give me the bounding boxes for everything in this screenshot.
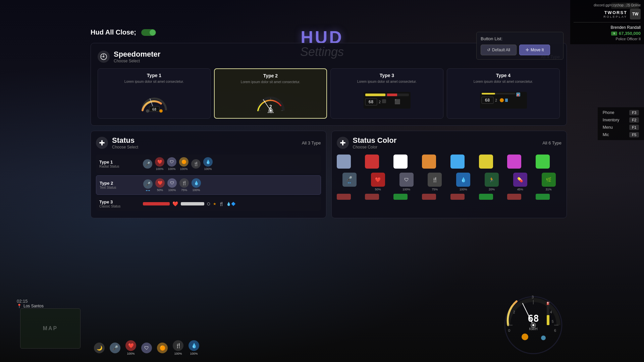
default-all-button[interactable]: ↺ Default All [481,45,517,55]
swatch-icon-heart[interactable]: ❤️ 50% [365,173,391,191]
heart-pct-1: 100% [156,167,163,171]
swatch-magenta[interactable] [507,155,521,169]
extra-swatch-2[interactable] [365,194,379,200]
star-icon-3: ★ [213,202,216,206]
status-type-row-2[interactable]: Type 2 Text Status 🎤 ❤️ 50% [96,175,321,195]
food-pct-1: 100% [180,167,187,171]
status-title-block: Status Choose Select [112,136,138,149]
hud-close-toggle[interactable] [141,29,156,36]
extra-swatch-7[interactable] [507,194,521,200]
swatch-fork-pct: 75% [432,188,438,191]
speedometer-title-block: Speedometer Choose Select [114,50,160,63]
swatch-icon-water[interactable]: 💧 100% [450,173,476,191]
status-icon-water-1: 💧 100% [203,157,213,171]
svg-point-57 [522,334,528,340]
status-type-1-name: Type 1 [99,160,143,165]
keybind-mic: Mic F5 [603,131,639,138]
swatch-icon-shield[interactable]: 🛡 100% [393,173,419,191]
swatch-icon-mic[interactable]: 🎤 [337,173,363,191]
status-color-header: Status Color Choose Color All 6 Type [337,136,562,149]
status-type-3-icons: ❤️ ⬡ ★ 🍴 💧🔷 [143,201,236,206]
status-title: Status [112,136,138,145]
player-info: Brenden Randall $ 67,350,000 Police Offi… [574,22,641,41]
svg-rect-30 [482,93,495,95]
status-icon-shield-1: 🛡 100% [167,157,176,171]
type2-desc: Lorem ipsum dolor sit amet consectetur. [219,80,322,84]
keybind-key-mic: F5 [629,132,639,137]
keybind-label-mic: Mic [603,132,609,137]
speedometer-type-1[interactable]: Type 1 Lorem ipsum dolor sit amet consec… [98,68,211,119]
type2-preview: 2 ▪46▪ [219,87,322,114]
status-type-label: All 3 Type [302,140,321,145]
move-it-button[interactable]: ✛ Move It [519,45,550,55]
heart-icon-3: ❤️ [172,201,178,206]
extra-swatch-3[interactable] [393,194,408,200]
server-logo: TW [630,9,641,19]
speedometer-type-4[interactable]: Type 4 Lorem ipsum dolor sit amet consec… [447,68,560,119]
status-type-1-info: Type 1 Radial Status [99,160,143,168]
shield-circle-2: 🛡 [167,178,177,188]
swatch-blue-gray[interactable] [337,155,351,169]
swatch-icon-leaf[interactable]: 🌿 31% [536,173,561,191]
swatch-orange[interactable] [422,155,436,169]
bottom-heart-pct: 100% [127,352,135,355]
svg-text:0: 0 [508,328,510,333]
status-color-title: Status Color [353,136,397,145]
type4-desc: Lorem ipsum dolor sit amet consectetur. [451,80,555,83]
swatch-run-box: 🏃 [485,173,499,187]
status-type-row-1[interactable]: Type 1 Radial Status 🎤 ❤️ 100% 🛡 100% [96,155,321,173]
status-type-3-name: Type 3 [99,199,143,204]
moon-icon: 🌙 [94,343,105,353]
speedometer-type-2[interactable]: Type 2 Lorem ipsum dolor sit amet consec… [214,68,327,119]
extra-swatch-5[interactable] [450,194,465,200]
status-type-2-name: Type 2 [100,181,143,186]
bottom-hud-moon: 🌙 [94,343,105,353]
gps-coords: 02:15 📍 Los Santos [17,299,44,308]
type1-preview: 68 [102,87,206,114]
water-pct-1: 100% [204,167,212,171]
swatch-icon-pill[interactable]: 💊 45% [507,173,533,191]
speedometer-type-3[interactable]: Type 3 Lorem ipsum dolor sit amet consec… [330,68,443,119]
svg-rect-37 [505,99,508,102]
server-sub: ROLEPLAY [603,15,627,18]
extra-swatch-6[interactable] [479,194,493,200]
status-icon-fork-1: 🍴 [191,159,201,169]
type1-title: Type 1 [102,73,206,78]
status-type-1-icons: 🎤 ❤️ 100% 🛡 100% 🟠 100% � [143,157,213,171]
color-swatch-icons-row: 🎤 ❤️ 50% 🛡 100% 🍴 [337,173,562,191]
speedometer-icon [98,51,110,63]
status-type-2-icons: 🎤 ❤️ 50% 🛡 100% [143,178,201,192]
extra-swatch-1[interactable] [337,194,351,200]
swatch-cyan[interactable] [450,155,465,169]
swatch-heart-box: ❤️ [371,173,385,187]
status-type-row-3[interactable]: Type 3 Classic Status ❤️ ⬡ ★ 🍴 💧🔷 [96,197,321,211]
fork-icon-3: 🍴 [219,202,224,206]
extra-swatch-4[interactable] [422,194,436,200]
svg-text:▪46▪: ▪46▪ [267,111,274,114]
bottom-water-pct: 100% [190,352,198,355]
keybind-key-menu: F1 [629,125,639,130]
swatch-icon-run[interactable]: 🏃 20% [479,173,505,191]
swatch-icon-fork[interactable]: 🍴 75% [422,173,448,191]
balance-icon: $ [611,32,617,36]
swatch-shield-box: 🛡 [399,173,414,187]
bottom-fork-icon: 🍴 [173,340,183,351]
svg-text:2: 2 [379,100,381,104]
svg-text:⬛: ⬛ [394,99,400,105]
swatch-water-pct: 100% [460,188,467,191]
swatch-red[interactable] [365,155,379,169]
swatch-green[interactable] [536,155,550,169]
swatch-mic-box: 🎤 [342,173,357,187]
fork-circle-2: 🍴 [179,178,189,188]
svg-point-1 [103,56,104,57]
swatch-pill-pct: 45% [517,188,523,191]
extra-swatch-8[interactable] [536,194,550,200]
swatch-white[interactable] [393,155,408,169]
swatch-yellow[interactable] [479,155,493,169]
svg-point-36 [500,98,504,102]
discord-link: discord.gg/rczychop 25 Online [574,3,641,7]
status-title-row: Status Choose Select [96,136,138,149]
status-icon-shield-2: 🛡 100% [167,178,177,192]
water-circle-2: 💧 [192,178,201,188]
bottom-water-icon: 💧 [189,340,199,351]
